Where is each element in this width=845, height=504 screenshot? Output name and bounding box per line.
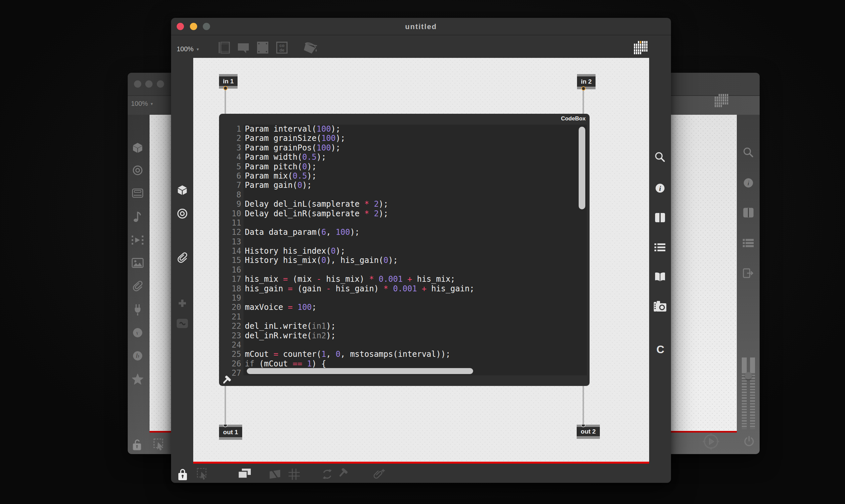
presentation-icon[interactable] (269, 469, 281, 480)
code-line[interactable]: 6Param mix(0.5); (219, 171, 587, 181)
code-line[interactable]: 5Param pitch(0); (219, 162, 587, 171)
object-box-in2[interactable]: in 2 (577, 74, 596, 89)
bg-image-icon[interactable] (132, 258, 144, 268)
code-line[interactable]: 12Data data_param(6, 100); (219, 228, 587, 237)
console-list-icon[interactable] (654, 243, 665, 253)
bg-plug-icon[interactable] (133, 304, 143, 316)
bg-star-icon[interactable] (132, 374, 144, 385)
code-line[interactable]: 13 (219, 237, 587, 246)
code-line[interactable]: 22del_inL.write(in1); (219, 321, 587, 331)
code-line[interactable]: 8 (219, 190, 587, 199)
bg-select-arrow-icon[interactable] (154, 438, 165, 450)
in1-outlet[interactable] (223, 86, 228, 90)
code-line[interactable]: 4Param width(0.5); (219, 152, 587, 162)
line-number: 14 (219, 246, 243, 256)
snapshot-camera-icon[interactable] (654, 301, 666, 311)
zoom-level-dropdown[interactable]: 100%▼ (177, 45, 199, 53)
code-line[interactable]: 1Param interval(100); (219, 124, 587, 133)
code-line[interactable]: 21 (219, 312, 587, 321)
code-text: mCout = counter(1, 0, mstosamps(interval… (243, 349, 450, 359)
bg-unlock-icon[interactable] (133, 438, 142, 451)
grid-overlay-icon[interactable] (634, 41, 648, 54)
code-line[interactable]: 16 (219, 265, 587, 274)
c74-icon[interactable]: C (655, 344, 666, 356)
bg-console-list-icon[interactable] (743, 239, 754, 249)
tilde-icon[interactable] (177, 319, 188, 328)
object-cube-icon[interactable] (177, 185, 188, 195)
bg-search-icon[interactable] (743, 147, 754, 158)
code-line[interactable]: 24 (219, 340, 587, 349)
code-line[interactable]: 9Delay del_inL(samplerate * 2); (219, 199, 587, 209)
comment-icon[interactable] (238, 43, 249, 54)
bg-export-icon[interactable] (743, 268, 754, 279)
bg-sidebar-columns-icon[interactable] (743, 208, 754, 218)
lock-icon[interactable] (178, 468, 187, 481)
codebox-vertical-scrollbar[interactable] (579, 127, 585, 209)
box-bottom-strip (219, 437, 242, 440)
search-icon[interactable] (654, 151, 666, 163)
bg-zoom-button[interactable] (157, 80, 164, 88)
code-line[interactable]: 17his_mix = (mix - his_mix) * 0.001 + hi… (219, 274, 587, 284)
code-line[interactable]: 19 (219, 293, 587, 303)
code-line[interactable]: 20maxVoice = 100; (219, 303, 587, 312)
bg-info-icon[interactable]: i (743, 177, 754, 188)
zoom-button[interactable] (203, 23, 210, 30)
object-box-out1[interactable]: out 1 (219, 425, 242, 440)
object-box-in1[interactable]: in 1 (219, 74, 237, 89)
bg-grid-overlay-icon[interactable] (715, 94, 728, 107)
select-arrow-icon[interactable] (197, 468, 209, 480)
codebox-object[interactable]: CodeBox 1Param interval(100);2Param grai… (219, 114, 589, 386)
bg-power-icon[interactable] (743, 436, 755, 448)
bg-vizzie-icon[interactable]: v (132, 327, 143, 338)
minimize-button[interactable] (190, 23, 197, 30)
hammer-icon[interactable] (338, 468, 349, 480)
rings-icon[interactable] (177, 208, 188, 219)
bg-minimize-button[interactable] (145, 80, 153, 88)
code-line[interactable]: 23del_inR.write(in2); (219, 331, 587, 340)
close-button[interactable] (177, 23, 184, 30)
bg-close-button[interactable] (134, 80, 141, 88)
titlebar[interactable]: untitled (171, 18, 671, 35)
plus-icon[interactable] (178, 299, 187, 308)
bg-beap-icon[interactable]: b (132, 350, 143, 361)
code-line[interactable]: 2Param grainSize(100); (219, 133, 587, 143)
info-icon[interactable]: i (654, 183, 666, 194)
code-line[interactable]: 10Delay del_inR(samplerate * 2); (219, 209, 587, 218)
grid-icon[interactable] (288, 469, 300, 480)
code-line[interactable]: 14History his_index(0); (219, 246, 587, 256)
bg-music-note-icon[interactable] (133, 211, 143, 222)
sidebar-columns-icon[interactable] (655, 213, 665, 222)
code-line[interactable]: 15History his_mix(0), his_gain(0); (219, 256, 587, 265)
object-box-out2[interactable]: out 2 (577, 425, 600, 439)
line-number: 2 (219, 133, 243, 143)
paperclip-icon[interactable] (175, 251, 190, 265)
autofix-icon[interactable] (322, 469, 333, 480)
clip-add-icon[interactable] (373, 468, 386, 480)
paint-bucket-icon[interactable] (303, 41, 318, 54)
code-line[interactable]: 7Param gain(0); (219, 181, 587, 190)
bg-zoom-level[interactable]: 100%▼ (131, 100, 154, 107)
bg-run-icon[interactable] (703, 433, 719, 450)
bg-sequence-icon[interactable] (132, 235, 144, 245)
reference-book-icon[interactable] (654, 272, 666, 282)
codebox-horizontal-scrollbar[interactable] (247, 368, 473, 374)
bg-paperclip-icon[interactable] (130, 279, 145, 294)
bg-object-cube-icon[interactable] (133, 143, 143, 153)
code-line[interactable]: 3Param grainPos(100); (219, 143, 587, 152)
codebox-compile-hammer-icon[interactable] (223, 376, 234, 385)
code-line[interactable]: 18his_gain = (gain - his_gain) * 0.001 +… (219, 284, 587, 293)
bg-amp-icon[interactable] (132, 188, 143, 198)
bg-level-fader[interactable] (741, 358, 756, 429)
codebox-icon[interactable]: code (276, 42, 287, 54)
bg-fader-knob[interactable] (745, 372, 752, 379)
layers-icon[interactable] (238, 469, 251, 479)
gen-patcher-window[interactable]: untitled 100%▼ code in 1 in 2 out 1 out … (171, 18, 671, 483)
code-line[interactable]: 25mCout = counter(1, 0, mstosamps(interv… (219, 349, 587, 359)
patcher-canvas[interactable]: in 1 in 2 out 1 out 2 CodeBox 1Param int… (193, 58, 649, 464)
in2-outlet[interactable] (581, 86, 586, 91)
object-box-icon[interactable] (219, 42, 230, 54)
code-line[interactable]: 11 (219, 218, 587, 228)
code-line[interactable]: 26if (mCout == 1) { (219, 359, 587, 368)
bg-target-icon[interactable] (132, 165, 143, 176)
panel-icon[interactable] (257, 42, 268, 54)
